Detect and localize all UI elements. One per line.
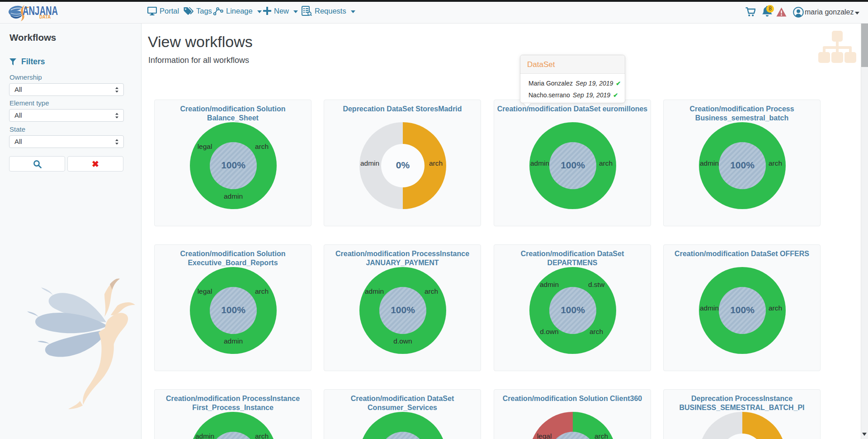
svg-text:DATA: DATA [39,14,51,19]
